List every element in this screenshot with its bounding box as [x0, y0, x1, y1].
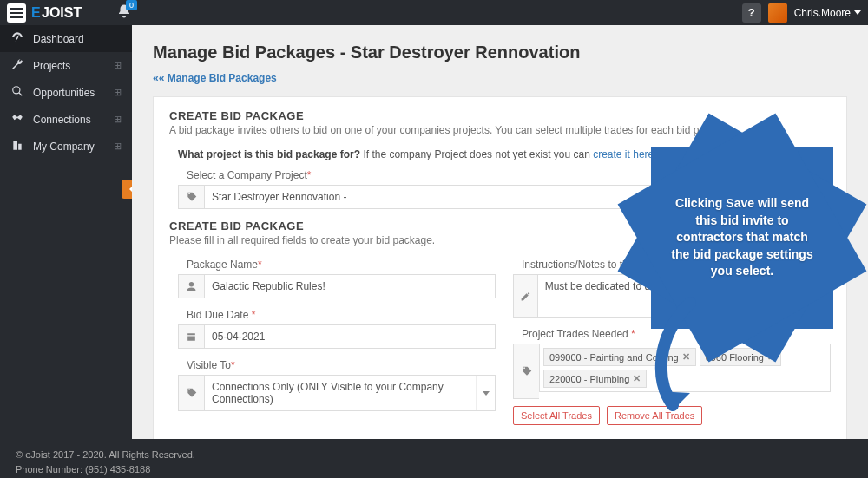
- remove-tag-button[interactable]: ✕: [682, 351, 690, 363]
- tag-icon: [513, 344, 539, 399]
- chevron-down-icon: [811, 186, 830, 208]
- person-icon: [179, 275, 205, 298]
- chevron-down-icon: [476, 376, 495, 410]
- create-project-link[interactable]: create it here.: [593, 148, 656, 160]
- hamburger-menu-button[interactable]: [7, 3, 26, 23]
- sidebar-item-label: Connections: [33, 114, 105, 126]
- building-icon: [10, 139, 24, 154]
- ejoist-logo: E JOIST: [31, 3, 111, 23]
- instructions-textarea[interactable]: Must be dedicated to destr: [538, 275, 830, 317]
- select-all-trades-button[interactable]: Select All Trades: [513, 406, 600, 425]
- section-title-package: CREATE BID PACKAGE: [169, 219, 831, 232]
- help-button[interactable]: ?: [742, 3, 761, 23]
- tag-icon: [179, 376, 205, 410]
- expand-icon: ⊞: [114, 60, 122, 71]
- visible-to-select[interactable]: Connections Only (ONLY Visible to your C…: [205, 376, 476, 410]
- notification-badge: 0: [126, 0, 137, 10]
- svg-rect-0: [10, 8, 23, 10]
- sidebar-item-opportunities[interactable]: Opportunities ⊞: [0, 79, 132, 106]
- svg-rect-1: [10, 12, 23, 14]
- project-select[interactable]: Star Destroyer Rennovation -: [205, 186, 811, 208]
- svg-rect-2: [10, 16, 23, 18]
- dashboard-icon: [10, 31, 24, 46]
- remove-all-trades-button[interactable]: Remove All Trades: [607, 406, 702, 425]
- sidebar-item-my-company[interactable]: My Company ⊞: [0, 133, 132, 160]
- back-link-manage-packages[interactable]: «« Manage Bid Packages: [153, 72, 277, 84]
- remove-tag-button[interactable]: ✕: [767, 351, 775, 363]
- sidebar-item-label: Dashboard: [33, 33, 122, 45]
- label-select-project: Select a Company Project*: [178, 169, 831, 181]
- label-instructions: Instructions/Notes to the Bidder: [513, 259, 831, 271]
- calendar-icon: [179, 325, 205, 348]
- label-visible-to: Visible To*: [178, 359, 496, 371]
- footer-copyright: © eJoist 2017 - 2020. All Rights Reserve…: [16, 448, 852, 462]
- sidebar-item-projects[interactable]: Projects ⊞: [0, 52, 132, 79]
- sidebar-item-label: Opportunities: [33, 87, 105, 99]
- sidebar-item-label: Projects: [33, 60, 105, 72]
- label-due-date: Bid Due Date *: [178, 309, 496, 321]
- svg-text:JOIST: JOIST: [42, 5, 82, 20]
- sidebar-item-connections[interactable]: Connections ⊞: [0, 106, 132, 133]
- label-package-name: Package Name*: [178, 259, 496, 271]
- section-desc-package: Please fill in all required fields to cr…: [169, 234, 831, 246]
- sidebar-item-dashboard[interactable]: Dashboard: [0, 25, 132, 52]
- due-date-input[interactable]: [205, 325, 495, 348]
- label-trades-needed: Project Trades Needed *: [513, 328, 831, 340]
- expand-icon: ⊞: [114, 141, 122, 152]
- pencil-icon: [514, 275, 538, 317]
- user-avatar[interactable]: [768, 3, 787, 23]
- trade-tag: 099000 - Painting and Coating ✕: [543, 348, 696, 366]
- section-desc-create: A bid package invites others to bid on o…: [169, 124, 831, 136]
- trade-tag: 220000 - Plumbing ✕: [543, 370, 647, 388]
- tag-icon: [179, 186, 205, 208]
- footer-phone: Phone Number: (951) 435-8188: [16, 462, 852, 477]
- svg-point-5: [13, 87, 20, 94]
- handshake-icon: [10, 112, 24, 127]
- wrench-icon: [10, 58, 24, 73]
- trades-tag-input[interactable]: 099000 - Painting and Coating ✕ 0960 Flo…: [539, 344, 831, 392]
- user-menu-button[interactable]: Chris.Moore: [794, 7, 861, 19]
- username-label: Chris.Moore: [794, 7, 851, 19]
- sidebar-item-label: My Company: [33, 141, 105, 153]
- project-question: What project is this bid package for? If…: [178, 148, 831, 160]
- section-title-create: CREATE BID PACKAGE: [169, 109, 831, 122]
- expand-icon: ⊞: [114, 114, 122, 125]
- trade-tag: 0960 Flooring ✕: [700, 348, 781, 366]
- chevron-down-icon: [854, 10, 861, 15]
- search-icon: [10, 85, 24, 100]
- remove-tag-button[interactable]: ✕: [633, 373, 641, 384]
- svg-text:E: E: [31, 5, 41, 20]
- notification-bell-button[interactable]: 0: [116, 3, 132, 22]
- expand-icon: ⊞: [114, 87, 122, 98]
- package-name-input[interactable]: [205, 275, 495, 298]
- page-title: Manage Bid Packages - Star Destroyer Ren…: [153, 43, 847, 62]
